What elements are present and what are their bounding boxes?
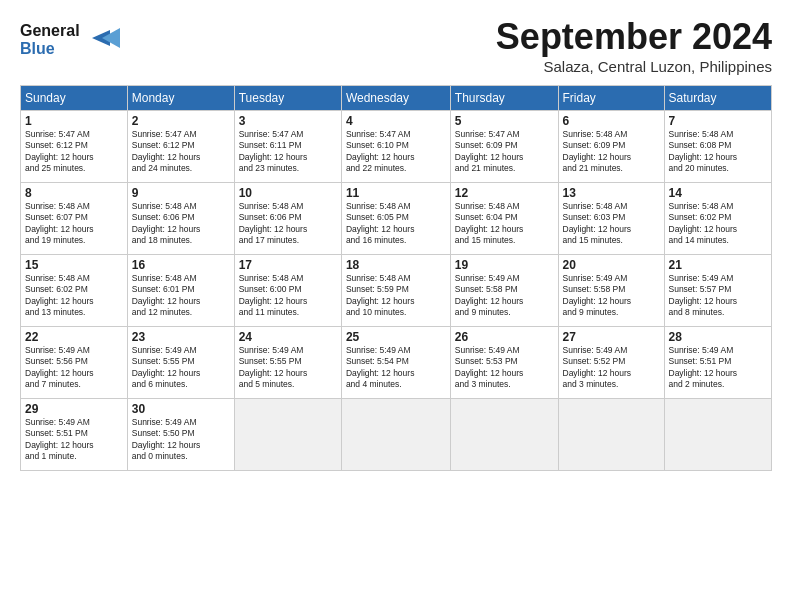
calendar-cell: 25Sunrise: 5:49 AMSunset: 5:54 PMDayligh… bbox=[341, 327, 450, 399]
calendar-cell: 4Sunrise: 5:47 AMSunset: 6:10 PMDaylight… bbox=[341, 111, 450, 183]
day-info: Sunrise: 5:49 AMSunset: 5:51 PMDaylight:… bbox=[25, 417, 123, 463]
day-info: Sunrise: 5:47 AMSunset: 6:12 PMDaylight:… bbox=[25, 129, 123, 175]
day-number: 10 bbox=[239, 186, 337, 200]
calendar-cell: 27Sunrise: 5:49 AMSunset: 5:52 PMDayligh… bbox=[558, 327, 664, 399]
day-number: 23 bbox=[132, 330, 230, 344]
calendar-cell: 24Sunrise: 5:49 AMSunset: 5:55 PMDayligh… bbox=[234, 327, 341, 399]
day-info: Sunrise: 5:48 AMSunset: 6:08 PMDaylight:… bbox=[669, 129, 768, 175]
calendar-cell: 23Sunrise: 5:49 AMSunset: 5:55 PMDayligh… bbox=[127, 327, 234, 399]
calendar-cell: 21Sunrise: 5:49 AMSunset: 5:57 PMDayligh… bbox=[664, 255, 772, 327]
calendar-cell: 2Sunrise: 5:47 AMSunset: 6:12 PMDaylight… bbox=[127, 111, 234, 183]
day-info: Sunrise: 5:48 AMSunset: 6:01 PMDaylight:… bbox=[132, 273, 230, 319]
calendar-cell: 14Sunrise: 5:48 AMSunset: 6:02 PMDayligh… bbox=[664, 183, 772, 255]
day-info: Sunrise: 5:47 AMSunset: 6:09 PMDaylight:… bbox=[455, 129, 554, 175]
day-number: 19 bbox=[455, 258, 554, 272]
calendar-cell bbox=[341, 399, 450, 471]
day-number: 11 bbox=[346, 186, 446, 200]
day-info: Sunrise: 5:49 AMSunset: 5:57 PMDaylight:… bbox=[669, 273, 768, 319]
day-number: 30 bbox=[132, 402, 230, 416]
day-info: Sunrise: 5:49 AMSunset: 5:55 PMDaylight:… bbox=[239, 345, 337, 391]
day-number: 2 bbox=[132, 114, 230, 128]
day-info: Sunrise: 5:49 AMSunset: 5:55 PMDaylight:… bbox=[132, 345, 230, 391]
calendar-cell: 5Sunrise: 5:47 AMSunset: 6:09 PMDaylight… bbox=[450, 111, 558, 183]
calendar-cell: 1Sunrise: 5:47 AMSunset: 6:12 PMDaylight… bbox=[21, 111, 128, 183]
title-block: September 2024 Salaza, Central Luzon, Ph… bbox=[496, 16, 772, 75]
svg-text:General: General bbox=[20, 22, 80, 39]
page: General Blue September 2024 Salaza, Cent… bbox=[0, 0, 792, 481]
day-info: Sunrise: 5:49 AMSunset: 5:58 PMDaylight:… bbox=[563, 273, 660, 319]
day-number: 14 bbox=[669, 186, 768, 200]
day-info: Sunrise: 5:49 AMSunset: 5:53 PMDaylight:… bbox=[455, 345, 554, 391]
day-number: 4 bbox=[346, 114, 446, 128]
calendar-cell: 20Sunrise: 5:49 AMSunset: 5:58 PMDayligh… bbox=[558, 255, 664, 327]
month-title: September 2024 bbox=[496, 16, 772, 58]
col-friday: Friday bbox=[558, 86, 664, 111]
day-number: 15 bbox=[25, 258, 123, 272]
calendar-cell bbox=[450, 399, 558, 471]
day-number: 28 bbox=[669, 330, 768, 344]
day-number: 22 bbox=[25, 330, 123, 344]
day-info: Sunrise: 5:48 AMSunset: 6:02 PMDaylight:… bbox=[669, 201, 768, 247]
calendar-cell: 19Sunrise: 5:49 AMSunset: 5:58 PMDayligh… bbox=[450, 255, 558, 327]
calendar-cell: 7Sunrise: 5:48 AMSunset: 6:08 PMDaylight… bbox=[664, 111, 772, 183]
day-info: Sunrise: 5:48 AMSunset: 6:06 PMDaylight:… bbox=[239, 201, 337, 247]
day-number: 7 bbox=[669, 114, 768, 128]
calendar-cell: 9Sunrise: 5:48 AMSunset: 6:06 PMDaylight… bbox=[127, 183, 234, 255]
day-info: Sunrise: 5:48 AMSunset: 6:09 PMDaylight:… bbox=[563, 129, 660, 175]
calendar-cell: 6Sunrise: 5:48 AMSunset: 6:09 PMDaylight… bbox=[558, 111, 664, 183]
calendar-cell: 12Sunrise: 5:48 AMSunset: 6:04 PMDayligh… bbox=[450, 183, 558, 255]
col-thursday: Thursday bbox=[450, 86, 558, 111]
day-info: Sunrise: 5:48 AMSunset: 6:04 PMDaylight:… bbox=[455, 201, 554, 247]
calendar-cell: 17Sunrise: 5:48 AMSunset: 6:00 PMDayligh… bbox=[234, 255, 341, 327]
day-info: Sunrise: 5:49 AMSunset: 5:51 PMDaylight:… bbox=[669, 345, 768, 391]
location: Salaza, Central Luzon, Philippines bbox=[496, 58, 772, 75]
col-wednesday: Wednesday bbox=[341, 86, 450, 111]
day-info: Sunrise: 5:48 AMSunset: 6:07 PMDaylight:… bbox=[25, 201, 123, 247]
day-info: Sunrise: 5:48 AMSunset: 6:05 PMDaylight:… bbox=[346, 201, 446, 247]
calendar-cell: 15Sunrise: 5:48 AMSunset: 6:02 PMDayligh… bbox=[21, 255, 128, 327]
header: General Blue September 2024 Salaza, Cent… bbox=[20, 16, 772, 75]
day-number: 29 bbox=[25, 402, 123, 416]
day-number: 24 bbox=[239, 330, 337, 344]
calendar-cell: 22Sunrise: 5:49 AMSunset: 5:56 PMDayligh… bbox=[21, 327, 128, 399]
calendar-cell: 26Sunrise: 5:49 AMSunset: 5:53 PMDayligh… bbox=[450, 327, 558, 399]
col-tuesday: Tuesday bbox=[234, 86, 341, 111]
calendar-cell: 30Sunrise: 5:49 AMSunset: 5:50 PMDayligh… bbox=[127, 399, 234, 471]
day-number: 26 bbox=[455, 330, 554, 344]
day-info: Sunrise: 5:49 AMSunset: 5:50 PMDaylight:… bbox=[132, 417, 230, 463]
day-info: Sunrise: 5:49 AMSunset: 5:56 PMDaylight:… bbox=[25, 345, 123, 391]
day-info: Sunrise: 5:49 AMSunset: 5:52 PMDaylight:… bbox=[563, 345, 660, 391]
day-number: 1 bbox=[25, 114, 123, 128]
day-number: 3 bbox=[239, 114, 337, 128]
day-info: Sunrise: 5:48 AMSunset: 6:00 PMDaylight:… bbox=[239, 273, 337, 319]
day-number: 12 bbox=[455, 186, 554, 200]
day-number: 6 bbox=[563, 114, 660, 128]
day-number: 25 bbox=[346, 330, 446, 344]
day-info: Sunrise: 5:49 AMSunset: 5:54 PMDaylight:… bbox=[346, 345, 446, 391]
day-number: 21 bbox=[669, 258, 768, 272]
calendar-cell: 29Sunrise: 5:49 AMSunset: 5:51 PMDayligh… bbox=[21, 399, 128, 471]
calendar-cell: 11Sunrise: 5:48 AMSunset: 6:05 PMDayligh… bbox=[341, 183, 450, 255]
day-info: Sunrise: 5:48 AMSunset: 6:06 PMDaylight:… bbox=[132, 201, 230, 247]
day-info: Sunrise: 5:48 AMSunset: 6:02 PMDaylight:… bbox=[25, 273, 123, 319]
day-info: Sunrise: 5:47 AMSunset: 6:12 PMDaylight:… bbox=[132, 129, 230, 175]
col-saturday: Saturday bbox=[664, 86, 772, 111]
day-info: Sunrise: 5:48 AMSunset: 5:59 PMDaylight:… bbox=[346, 273, 446, 319]
calendar-cell: 28Sunrise: 5:49 AMSunset: 5:51 PMDayligh… bbox=[664, 327, 772, 399]
calendar-cell bbox=[234, 399, 341, 471]
col-sunday: Sunday bbox=[21, 86, 128, 111]
day-info: Sunrise: 5:49 AMSunset: 5:58 PMDaylight:… bbox=[455, 273, 554, 319]
calendar-cell: 3Sunrise: 5:47 AMSunset: 6:11 PMDaylight… bbox=[234, 111, 341, 183]
col-monday: Monday bbox=[127, 86, 234, 111]
logo: General Blue bbox=[20, 16, 130, 60]
day-number: 5 bbox=[455, 114, 554, 128]
day-number: 27 bbox=[563, 330, 660, 344]
svg-marker-2 bbox=[102, 28, 120, 48]
day-info: Sunrise: 5:48 AMSunset: 6:03 PMDaylight:… bbox=[563, 201, 660, 247]
logo-svg: General Blue bbox=[20, 16, 130, 60]
calendar-cell: 8Sunrise: 5:48 AMSunset: 6:07 PMDaylight… bbox=[21, 183, 128, 255]
day-number: 20 bbox=[563, 258, 660, 272]
day-info: Sunrise: 5:47 AMSunset: 6:10 PMDaylight:… bbox=[346, 129, 446, 175]
day-number: 13 bbox=[563, 186, 660, 200]
calendar-table: Sunday Monday Tuesday Wednesday Thursday… bbox=[20, 85, 772, 471]
